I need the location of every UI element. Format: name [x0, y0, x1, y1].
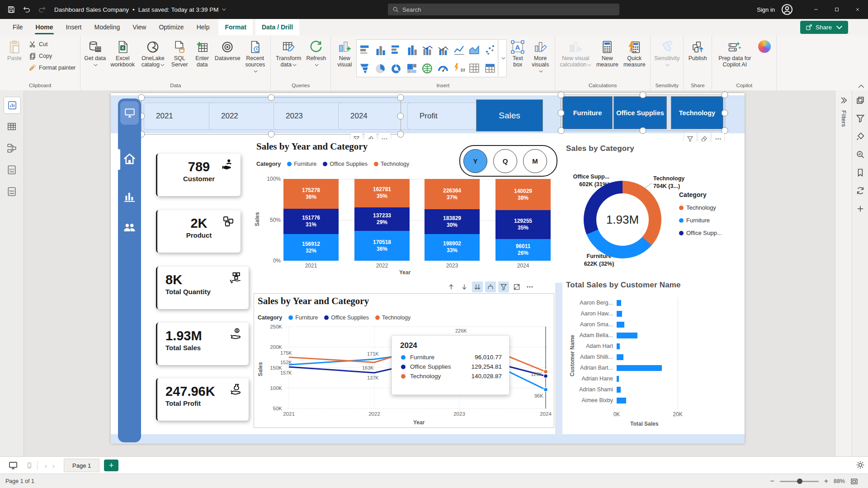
category-label-aaron-haw[interactable]: Aaron Haw... — [568, 310, 613, 317]
measure-slicer-profit[interactable]: Profit — [407, 103, 483, 130]
tab-optimize[interactable]: Optimize — [152, 19, 190, 35]
measure-slicer-sales[interactable]: Sales — [476, 99, 543, 131]
period-option-q[interactable]: Q — [493, 149, 517, 173]
bar-segment-office-supplies[interactable]: 18382930% — [425, 209, 480, 234]
cut-button[interactable]: Cut — [27, 39, 77, 50]
filter-funnel-icon[interactable] — [856, 114, 865, 123]
category-label-adrian-hane[interactable]: Adrian Hane — [568, 375, 613, 382]
legend-item-technology[interactable]: Technology — [374, 161, 409, 167]
selection-handle[interactable] — [268, 131, 274, 138]
maximize-button[interactable] — [826, 0, 847, 19]
new-measure-button[interactable]: New measure — [594, 38, 620, 70]
bar-segment-furniture[interactable]: 17051836% — [354, 231, 410, 261]
kpi-card-total-sales[interactable]: 1.93MTotal Sales — [156, 323, 249, 365]
more-options-button[interactable] — [524, 282, 535, 292]
report-view-button[interactable] — [4, 97, 21, 114]
sensitivity-button[interactable]: Sensitivity — [653, 38, 680, 70]
zoom-slider[interactable] — [780, 481, 819, 482]
text-box-button[interactable]: AText box — [508, 38, 528, 70]
tab-file[interactable]: File — [6, 19, 29, 35]
document-title[interactable]: Dashboard Sales Company • Last saved: To… — [54, 6, 226, 13]
selection-handle[interactable] — [640, 127, 646, 134]
kpi-card-product[interactable]: 2KProduct — [156, 210, 241, 253]
category-label-adrian-shami[interactable]: Adrian Shami — [568, 386, 613, 393]
bar-segment-office-supplies[interactable]: 12925535% — [495, 210, 551, 239]
minimize-button[interactable] — [806, 0, 826, 19]
gallery-scroll-icon[interactable] — [499, 39, 507, 77]
fit-to-page-icon[interactable] — [850, 478, 858, 485]
data-point-furniture-2024[interactable] — [544, 388, 548, 392]
bar-aaron-berg[interactable] — [617, 300, 621, 306]
stacked-bar-chart-icon[interactable] — [359, 43, 371, 55]
previous-page-arrow[interactable]: ‹ — [45, 462, 47, 469]
share-button[interactable]: Share — [800, 21, 848, 34]
tab-help[interactable]: Help — [190, 19, 216, 35]
selection-handle[interactable] — [558, 127, 565, 134]
onelake-catalog-button[interactable]: OneLake catalog — [138, 38, 167, 70]
bar-aimee-bixby[interactable] — [617, 398, 626, 404]
selection-handle[interactable] — [640, 92, 646, 99]
table-icon[interactable] — [468, 62, 480, 74]
focus-mode-button[interactable] — [511, 282, 522, 292]
legend-item-office-supplies[interactable]: Office Supplies — [323, 161, 368, 167]
selection-handle[interactable] — [397, 94, 404, 101]
expand-all-down-button[interactable] — [472, 282, 483, 292]
sql-server-button[interactable]: SQL Server — [168, 38, 191, 70]
tab-modeling[interactable]: Modeling — [88, 19, 126, 35]
bar-adrian-hane[interactable] — [617, 376, 619, 382]
drill-down-button[interactable] — [459, 282, 470, 292]
scatter-chart-icon[interactable] — [484, 43, 496, 55]
kpi-icon[interactable]: 23 — [453, 62, 465, 74]
add-plus-icon[interactable] — [856, 204, 865, 213]
close-button[interactable] — [847, 0, 868, 19]
clustered-bar-chart-icon[interactable] — [390, 43, 402, 55]
data-point-office-supplies-2024[interactable] — [544, 374, 548, 378]
donut-chart-icon[interactable] — [390, 62, 402, 74]
category-slicer-office-supplies[interactable]: Office Supplies — [613, 96, 667, 129]
sync-slicers-icon[interactable] — [856, 186, 865, 195]
prep-data-for-copilot-ai-button[interactable]: Prep data for Copilot AI — [715, 38, 755, 70]
map-icon[interactable] — [421, 62, 433, 74]
nav-home-button[interactable] — [123, 152, 137, 166]
new-visual-calculation-button[interactable]: fxNew visual calculation — [558, 38, 593, 70]
copilot-button[interactable] — [755, 38, 774, 56]
desktop-layout-icon[interactable] — [8, 461, 18, 470]
search-input[interactable]: Search — [388, 4, 619, 15]
bar-aaron-haw[interactable] — [617, 311, 622, 317]
legend-item-technology[interactable]: Technology — [679, 204, 722, 211]
selection-handle[interactable] — [722, 92, 728, 99]
expand-pane-icon[interactable] — [839, 96, 848, 105]
nav-bar-chart-button[interactable] — [123, 189, 137, 203]
bar-segment-technology[interactable]: 22636437% — [425, 179, 480, 209]
filters-pane-label[interactable]: Filters — [840, 110, 847, 127]
save-icon[interactable] — [7, 5, 15, 14]
stack-icon[interactable] — [856, 96, 865, 105]
dataverse-button[interactable]: Dataverse — [213, 38, 241, 64]
paste-button[interactable]: Paste — [3, 38, 26, 64]
transform-data-button[interactable]: Transform data — [274, 38, 303, 70]
year-slicer-2022[interactable]: 2022 — [209, 103, 283, 130]
selection-handle[interactable] — [722, 109, 728, 116]
excel-workbook-button[interactable]: XExcel workbook — [108, 38, 137, 70]
tab-insert[interactable]: Insert — [59, 19, 88, 35]
zoom-in-button[interactable]: + — [824, 477, 828, 485]
redo-icon[interactable] — [38, 5, 46, 14]
mobile-layout-icon[interactable] — [26, 461, 33, 470]
bookmark-icon[interactable] — [856, 168, 865, 177]
clustered-column-chart-icon[interactable] — [374, 43, 386, 55]
legend-item-furniture[interactable]: Furniture — [679, 217, 722, 224]
bar-adam-bella[interactable] — [617, 333, 637, 338]
selection-handle[interactable] — [397, 131, 404, 138]
format-painter-button[interactable]: Format painter — [27, 62, 77, 73]
matrix-icon[interactable] — [484, 62, 496, 74]
bar-adam-shilli[interactable] — [617, 354, 623, 360]
recent-sources-button[interactable]: Recent sources — [242, 38, 268, 76]
legend-item-furniture[interactable]: Furniture — [287, 161, 316, 167]
enter-data-button[interactable]: Enter data — [192, 38, 212, 70]
gauge-icon[interactable] — [437, 62, 449, 74]
kpi-card-total-profit[interactable]: 247.96KTotal Profit — [156, 378, 249, 421]
filter-funnel-button[interactable] — [498, 282, 509, 292]
data-point-technology-2024[interactable] — [544, 370, 548, 374]
page-tab[interactable]: Page 1 — [64, 459, 99, 472]
bar-segment-furniture[interactable]: 19890233% — [425, 234, 480, 261]
